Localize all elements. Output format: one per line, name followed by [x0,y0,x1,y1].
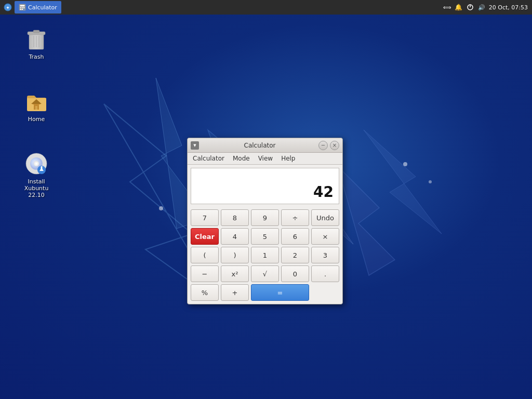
window-controls: − × [318,141,339,150]
taskbar-app-calculator[interactable]: Calculator [15,1,61,14]
desktop-icon-trash[interactable]: Trash [16,24,57,62]
svg-point-7 [403,162,407,166]
svg-rect-17 [22,9,23,10]
home-icon [24,89,49,114]
calculator-menubar: Calculator Mode View Help [188,153,342,165]
menu-mode[interactable]: Mode [230,154,253,163]
menu-help[interactable]: Help [278,154,298,163]
calculator-display: 42 [191,168,339,204]
calculator-buttons: 7 8 9 ÷ Undo Clear 4 5 6 × ( ) 1 2 3 − x… [188,207,342,304]
taskbar-left: ✦ Calculator [0,1,443,14]
menu-view[interactable]: View [255,154,276,163]
btn-9[interactable]: 9 [251,209,279,226]
home-label: Home [28,116,45,123]
taskbar-datetime: 20 Oct, 07:53 [489,4,528,11]
window-minimize-button[interactable]: − [318,141,328,150]
taskbar-right: ⟺ 🔔 🔊 20 Oct, 07:53 [443,3,532,11]
svg-rect-14 [22,7,23,8]
calculator-window: Calculator − × Calculator Mode View Help… [187,138,343,304]
btn-equals[interactable]: = [251,284,309,301]
btn-multiply[interactable]: × [311,228,339,245]
btn-0[interactable]: 0 [281,265,309,282]
btn-3[interactable]: 3 [311,247,339,263]
calculator-titlebar: Calculator − × [188,138,342,153]
install-icon [24,151,49,176]
svg-rect-23 [33,30,39,33]
svg-rect-12 [20,5,25,7]
btn-4[interactable]: 4 [221,228,249,245]
btn-percent[interactable]: % [191,284,219,301]
trash-label: Trash [29,54,44,60]
btn-add[interactable]: + [221,284,249,301]
btn-2[interactable]: 2 [281,247,309,263]
btn-6[interactable]: 6 [281,228,309,245]
volume-icon[interactable]: 🔊 [477,3,486,11]
btn-divide[interactable]: ÷ [281,209,309,226]
btn-1[interactable]: 1 [251,247,279,263]
btn-7[interactable]: 7 [191,209,219,226]
svg-text:✦: ✦ [6,5,10,10]
svg-marker-4 [338,166,395,275]
window-close-button[interactable]: × [330,141,339,150]
btn-open-paren[interactable]: ( [191,247,219,263]
svg-rect-15 [23,7,25,8]
taskbar: ✦ Calculator ⟺ 🔔 [0,0,532,15]
notification-bell-icon[interactable]: 🔔 [455,3,463,11]
taskbar-system-icon[interactable]: ✦ [2,2,14,13]
btn-sqrt[interactable]: √ [251,265,279,282]
window-menu-button[interactable] [191,141,199,150]
svg-rect-18 [23,9,25,10]
nav-arrows-icon[interactable]: ⟺ [443,3,451,11]
desktop-icon-home[interactable]: Home [16,87,57,125]
trash-icon [24,26,49,51]
svg-point-8 [429,180,432,183]
svg-point-34 [35,163,37,165]
svg-point-6 [159,206,163,210]
calculator-title: Calculator [201,142,318,149]
svg-rect-13 [20,7,22,8]
btn-8[interactable]: 8 [221,209,249,226]
svg-rect-16 [20,9,22,10]
btn-subtract[interactable]: − [191,265,219,282]
menu-calculator[interactable]: Calculator [190,154,228,163]
btn-decimal[interactable]: . [311,265,339,282]
btn-clear[interactable]: Clear [191,228,219,245]
install-label: Install Xubuntu22.10 [18,178,55,199]
svg-rect-29 [35,106,37,110]
desktop-icon-install[interactable]: Install Xubuntu22.10 [16,149,57,201]
btn-undo[interactable]: Undo [311,209,339,226]
display-value: 42 [313,183,334,201]
svg-marker-5 [364,130,442,234]
svg-rect-37 [41,166,43,170]
btn-square[interactable]: x² [221,265,249,282]
power-icon[interactable] [466,3,474,11]
taskbar-app-label: Calculator [28,4,57,11]
btn-5[interactable]: 5 [251,228,279,245]
btn-close-paren[interactable]: ) [221,247,249,263]
